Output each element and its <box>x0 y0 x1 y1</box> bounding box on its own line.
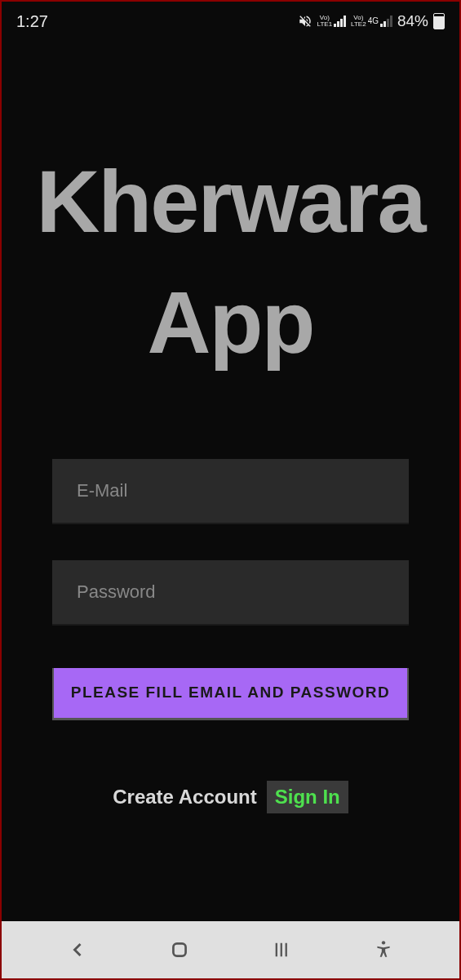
app-title-line1: Kherwara <box>2 155 459 247</box>
battery-icon <box>433 13 445 29</box>
login-form: PLEASE FILL EMAIL AND PASSWORD Create Ac… <box>2 459 459 813</box>
app-title-line2: App <box>2 276 459 368</box>
lte2-indicator: Vo) LTE2 4G <box>351 15 392 28</box>
svg-rect-0 <box>173 943 185 956</box>
create-account-label: Create Account <box>113 786 256 808</box>
menu-icon <box>272 941 291 959</box>
email-field[interactable] <box>52 459 409 524</box>
recent-apps-button[interactable] <box>265 933 298 966</box>
status-bar: 1:27 Vo) LTE1 Vo) LTE2 4G <box>2 2 459 41</box>
svg-rect-2 <box>281 943 282 957</box>
home-icon <box>169 939 190 960</box>
device-frame: 1:27 Vo) LTE1 Vo) LTE2 4G <box>2 2 459 978</box>
sign-in-button[interactable]: Sign In <box>267 781 348 813</box>
back-button[interactable] <box>61 933 94 966</box>
navigation-bar <box>2 921 459 978</box>
svg-rect-3 <box>286 943 287 957</box>
submit-button[interactable]: PLEASE FILL EMAIL AND PASSWORD <box>52 668 409 720</box>
svg-rect-1 <box>276 943 277 957</box>
status-time: 1:27 <box>16 12 48 31</box>
mute-icon <box>298 14 313 29</box>
home-button[interactable] <box>163 933 196 966</box>
back-icon <box>66 938 89 961</box>
svg-point-4 <box>382 941 385 944</box>
lte1-indicator: Vo) LTE1 <box>317 15 347 28</box>
accessibility-icon <box>373 939 394 960</box>
accessibility-button[interactable] <box>367 933 400 966</box>
login-screen: Kherwara App PLEASE FILL EMAIL AND PASSW… <box>2 41 459 921</box>
password-field[interactable] <box>52 560 409 626</box>
status-indicators: Vo) LTE1 Vo) LTE2 4G 84% <box>298 12 445 30</box>
battery-percent: 84% <box>397 12 428 30</box>
account-row: Create Account Sign In <box>52 781 409 813</box>
